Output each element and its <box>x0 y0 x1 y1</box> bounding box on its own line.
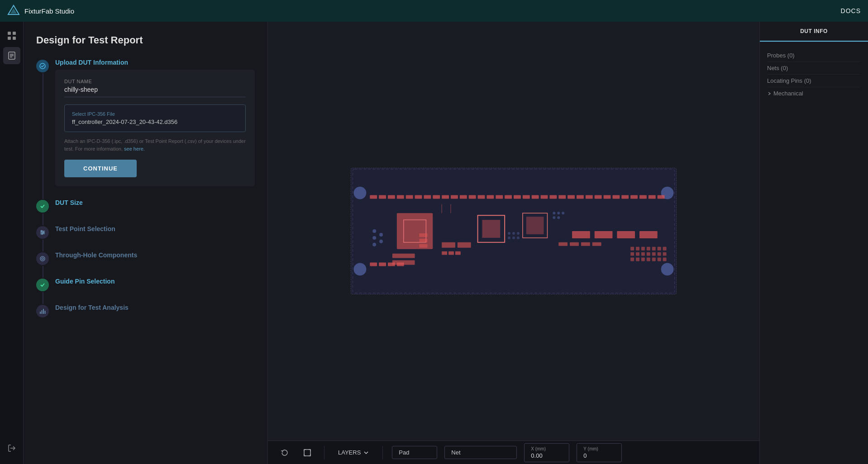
step-content-test-point: Test Point Selection <box>55 225 255 232</box>
fit-view-button[interactable] <box>300 445 315 460</box>
step-label-guide-pin[interactable]: Guide Pin Selection <box>55 278 255 285</box>
svg-point-18 <box>40 256 45 261</box>
tab-dut-info[interactable]: DUT INFO <box>760 22 868 42</box>
svg-rect-126 <box>420 233 428 237</box>
step-label-dut-size[interactable]: DUT Size <box>55 199 255 206</box>
svg-point-114 <box>508 232 510 235</box>
svg-rect-43 <box>442 195 449 199</box>
icon-sidebar-top <box>3 27 20 64</box>
step-content-upload: Upload DUT Information DUT Name chilly-s… <box>55 59 255 186</box>
svg-rect-123 <box>570 242 579 246</box>
step-test-point: Test Point Selection <box>36 225 255 239</box>
svg-rect-59 <box>586 195 593 199</box>
topbar-left: FixturFab Studio <box>7 5 74 17</box>
svg-rect-47 <box>478 195 485 199</box>
sidebar-icon-logout[interactable] <box>3 440 20 457</box>
step-label-dft[interactable]: Design for Test Analysis <box>55 304 255 311</box>
step-upload-dut: Upload DUT Information DUT Name chilly-s… <box>36 59 255 186</box>
svg-rect-55 <box>549 195 557 199</box>
svg-point-107 <box>553 216 555 219</box>
svg-rect-49 <box>496 195 503 199</box>
svg-rect-129 <box>304 450 310 456</box>
svg-point-115 <box>512 232 515 235</box>
pcb-svg <box>351 168 676 294</box>
svg-rect-34 <box>526 217 544 234</box>
svg-rect-112 <box>392 254 415 258</box>
svg-rect-109 <box>442 251 447 255</box>
svg-rect-38 <box>397 195 404 199</box>
right-panel-tabs: DUT INFO <box>760 22 868 42</box>
mechanical-item[interactable]: Mechanical <box>767 87 861 99</box>
svg-rect-4 <box>8 37 11 40</box>
file-hint-link[interactable]: see here. <box>124 146 145 152</box>
layers-dropdown-button[interactable]: LAYERS <box>334 446 373 459</box>
svg-rect-125 <box>592 242 601 246</box>
svg-rect-5 <box>13 37 16 40</box>
x-label: X (mm) <box>531 446 563 451</box>
step-icon-dft <box>36 305 49 317</box>
step-label-upload[interactable]: Upload DUT Information <box>55 59 255 66</box>
pad-label: Pad <box>399 449 409 456</box>
svg-rect-76 <box>630 247 634 251</box>
locating-pins-item[interactable]: Locating Pins (0) <box>767 75 861 87</box>
svg-rect-72 <box>572 231 590 238</box>
docs-link[interactable]: DOCS <box>841 7 861 14</box>
svg-point-118 <box>512 237 515 239</box>
continue-button[interactable]: CONTINUE <box>64 160 137 177</box>
app-logo-icon <box>7 5 20 17</box>
svg-rect-81 <box>658 247 661 251</box>
svg-rect-80 <box>652 247 656 251</box>
x-value: 0.00 <box>531 452 563 459</box>
nets-item[interactable]: Nets (0) <box>767 62 861 75</box>
svg-rect-122 <box>558 242 568 246</box>
sidebar-icon-document[interactable] <box>3 47 20 64</box>
step-content-dut-size: DUT Size <box>55 199 255 206</box>
svg-rect-77 <box>636 247 639 251</box>
step-connector-2 <box>43 213 43 225</box>
step-label-through-hole[interactable]: Through-Hole Components <box>55 251 255 259</box>
app-title: FixturFab Studio <box>24 7 74 15</box>
file-input-area[interactable]: Select IPC-356 File ff_controller_2024-0… <box>64 104 246 132</box>
svg-rect-128 <box>420 244 428 248</box>
file-hint-text: Attach an IPC-D-356 (.ipc, .d356) or Tes… <box>64 138 246 152</box>
svg-rect-46 <box>469 195 476 199</box>
step-icon-dut-size <box>36 200 49 213</box>
svg-rect-39 <box>406 195 413 199</box>
svg-point-108 <box>557 216 560 219</box>
svg-rect-40 <box>415 195 422 199</box>
svg-rect-44 <box>451 195 458 199</box>
svg-rect-111 <box>455 251 461 255</box>
svg-point-17 <box>42 233 43 235</box>
y-value: 0 <box>583 452 615 459</box>
svg-point-104 <box>553 212 555 214</box>
svg-point-99 <box>372 229 376 233</box>
svg-point-27 <box>354 263 367 275</box>
step-icon-upload <box>36 60 49 72</box>
pad-field: Pad <box>392 446 437 459</box>
svg-point-116 <box>517 232 520 235</box>
main-layout: Design for Test Report Upload DUT Inform… <box>0 22 868 464</box>
svg-rect-29 <box>397 213 433 249</box>
step-icon-test-point <box>36 226 49 239</box>
svg-rect-91 <box>636 258 639 261</box>
svg-rect-21 <box>42 310 43 314</box>
svg-rect-87 <box>652 252 656 256</box>
icon-sidebar <box>0 22 24 464</box>
canvas-viewport[interactable] <box>268 22 759 440</box>
svg-rect-52 <box>523 195 530 199</box>
svg-rect-69 <box>379 263 386 266</box>
svg-rect-56 <box>558 195 566 199</box>
probes-item[interactable]: Probes (0) <box>767 49 861 62</box>
svg-rect-85 <box>641 252 645 256</box>
svg-rect-93 <box>647 258 650 261</box>
sidebar-icon-grid[interactable] <box>3 27 20 44</box>
canvas-toolbar: LAYERS Pad Net X (mm) 0.00 Y (mm) 0 <box>268 440 759 464</box>
svg-rect-53 <box>532 195 539 199</box>
step-connector-1 <box>43 73 43 199</box>
svg-rect-36 <box>379 195 386 199</box>
file-input-value: ff_controller_2024-07-23_20-43-42.d356 <box>72 118 238 125</box>
svg-rect-57 <box>568 195 575 199</box>
svg-rect-48 <box>486 195 494 199</box>
reset-view-button[interactable] <box>277 445 292 460</box>
step-label-test-point[interactable]: Test Point Selection <box>55 225 255 232</box>
